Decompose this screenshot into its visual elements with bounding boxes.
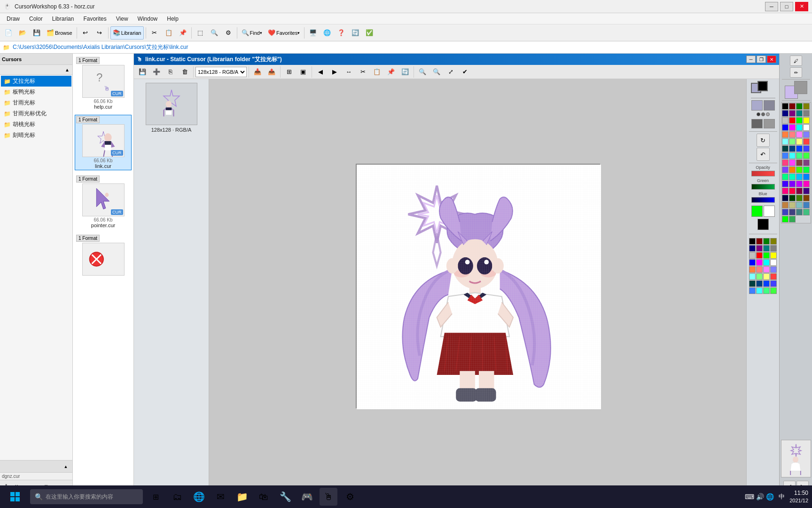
start-button[interactable] xyxy=(4,488,26,506)
cursor-folder-item-0[interactable]: 📁 艾拉光标 xyxy=(1,76,71,87)
palette-color-cell[interactable] xyxy=(749,287,756,294)
minimize-button[interactable]: ─ xyxy=(765,2,778,11)
outer-palette-color[interactable] xyxy=(803,209,810,215)
inner-minimize-btn[interactable]: ─ xyxy=(746,56,756,63)
inner-add-format-btn[interactable]: ➕ xyxy=(150,65,163,79)
help-btn[interactable]: ❓ xyxy=(335,26,348,40)
palette-color-cell[interactable] xyxy=(763,287,770,294)
flip-tool[interactable]: ↶ xyxy=(757,148,770,161)
outer-palette-color[interactable] xyxy=(803,167,810,173)
opacity-bar[interactable] xyxy=(751,171,775,176)
palette-color-cell[interactable] xyxy=(770,245,777,252)
inner-transform-btn[interactable]: 🔄 xyxy=(398,65,412,79)
palette-color-cell[interactable] xyxy=(763,252,770,259)
maximize-button[interactable]: □ xyxy=(780,2,793,11)
copy-button[interactable]: 📋 xyxy=(162,26,175,40)
undo-button[interactable]: ↩ xyxy=(79,26,92,40)
taskbar-clock[interactable]: 11:50 2021/12 xyxy=(789,490,808,504)
inner-close-btn[interactable]: ✕ xyxy=(767,56,776,63)
green-swatch[interactable] xyxy=(751,206,763,217)
palette-color-cell[interactable] xyxy=(756,259,763,266)
file-item-more[interactable]: 1 Format xyxy=(75,233,132,277)
menu-draw[interactable]: Draw xyxy=(2,15,24,23)
inner-restore-btn[interactable]: ❐ xyxy=(757,56,766,63)
palette-color-cell[interactable] xyxy=(770,252,777,259)
taskbar-search[interactable]: 🔍 在这里输入你要搜索的内容 xyxy=(30,489,143,504)
dot-1[interactable] xyxy=(757,112,760,116)
inner-cut-btn[interactable]: ✂ xyxy=(356,65,369,79)
save-button[interactable]: 💾 xyxy=(30,26,43,40)
file-item-help[interactable]: 1 Format ? 🖱 CUR 66.06 Kb help.cur xyxy=(75,56,132,111)
outer-palette-color[interactable] xyxy=(789,216,796,222)
taskbar-task-view[interactable]: ⊞ xyxy=(147,488,164,506)
outer-palette-color[interactable] xyxy=(782,110,789,117)
menu-view[interactable]: View xyxy=(111,15,133,23)
palette-color-cell[interactable] xyxy=(770,238,777,245)
inner-select-btn[interactable]: ▣ xyxy=(297,65,310,79)
zoom-button[interactable]: 🔍 xyxy=(208,26,221,40)
outer-palette-color[interactable] xyxy=(796,110,803,117)
dot-2[interactable] xyxy=(761,112,765,116)
settings-button[interactable]: ⚙ xyxy=(222,26,235,40)
outer-palette-color[interactable] xyxy=(789,188,796,194)
cursor-folder-item-5[interactable]: 📁 刻晴光标 xyxy=(1,130,71,141)
palette-color-cell[interactable] xyxy=(770,259,777,266)
outer-palette-color[interactable] xyxy=(789,124,796,131)
outer-palette-color[interactable] xyxy=(803,152,810,159)
cursor-folder-item-3[interactable]: 📁 甘雨光标优化 xyxy=(1,108,71,119)
palette-color-cell[interactable] xyxy=(756,273,763,280)
outer-palette-color[interactable] xyxy=(789,138,796,145)
taskbar-xbox[interactable]: 🎮 xyxy=(298,488,316,506)
redo-button[interactable]: ↪ xyxy=(93,26,106,40)
gray-block-1[interactable] xyxy=(751,119,763,128)
foreground-color-swatch[interactable] xyxy=(757,81,768,91)
inner-paste-btn[interactable]: 📌 xyxy=(384,65,398,79)
outer-palette-color[interactable] xyxy=(803,110,810,117)
paste-button[interactable]: 📌 xyxy=(176,26,189,40)
palette-color-cell[interactable] xyxy=(763,245,770,252)
outer-palette-color[interactable] xyxy=(782,167,789,173)
monitor-button[interactable]: 🖥️ xyxy=(306,26,320,40)
palette-color-cell[interactable] xyxy=(749,280,756,287)
outer-palette-color[interactable] xyxy=(782,124,789,131)
inner-select-all-btn[interactable]: ⊞ xyxy=(282,65,296,79)
outer-palette-color[interactable] xyxy=(796,167,803,173)
outer-palette-color[interactable] xyxy=(789,110,796,117)
palette-color-cell[interactable] xyxy=(770,287,777,294)
taskbar-tool[interactable]: 🔧 xyxy=(276,488,294,506)
gray-block-2[interactable] xyxy=(764,119,775,128)
black-swatch[interactable] xyxy=(757,219,769,230)
find-button[interactable]: 🔍 Find ▾ xyxy=(239,26,265,40)
menu-color[interactable]: Color xyxy=(24,15,47,23)
outer-palette-color[interactable] xyxy=(796,138,803,145)
panel-bottom-collapse-btn[interactable]: ▲ xyxy=(61,462,70,471)
inner-save-btn[interactable]: 💾 xyxy=(136,65,149,79)
outer-palette-color[interactable] xyxy=(796,124,803,131)
outer-palette-color[interactable] xyxy=(796,209,803,215)
palette-color-cell[interactable] xyxy=(756,252,763,259)
inner-ok-btn[interactable]: ✔ xyxy=(458,65,471,79)
outer-palette-color[interactable] xyxy=(796,174,803,180)
outer-palette-color[interactable] xyxy=(782,174,789,180)
inner-duplicate-btn[interactable]: ⎘ xyxy=(164,65,177,79)
palette-color-cell[interactable] xyxy=(763,259,770,266)
inner-prev-btn[interactable]: ◀ xyxy=(314,65,327,79)
outer-palette-color[interactable] xyxy=(796,152,803,159)
taskbar-cursor[interactable]: 🖱 xyxy=(320,488,337,506)
outer-palette-color[interactable] xyxy=(789,152,796,159)
taskbar-app[interactable]: ⚙ xyxy=(341,488,359,506)
outer-palette-color[interactable] xyxy=(782,145,789,152)
palette-color-cell[interactable] xyxy=(763,266,770,273)
palette-color-cell[interactable] xyxy=(749,238,756,245)
format-thumbnail[interactable] xyxy=(146,83,197,125)
palette-color-cell[interactable] xyxy=(749,266,756,273)
path-text[interactable]: C:\Users\32056\Documents\Axialis Librari… xyxy=(13,43,188,51)
outer-palette-color[interactable] xyxy=(782,181,789,187)
favorites-button[interactable]: ❤️ Favorites ▾ xyxy=(265,26,302,40)
inner-copy-btn[interactable]: 📋 xyxy=(370,65,383,79)
inner-zoomfit-btn[interactable]: ⤢ xyxy=(444,65,457,79)
outer-palette-color[interactable] xyxy=(796,181,803,187)
open-button[interactable]: 📂 xyxy=(16,26,29,40)
outer-fg-color[interactable] xyxy=(794,81,807,94)
inner-zoomout-btn[interactable]: 🔍 xyxy=(430,65,443,79)
